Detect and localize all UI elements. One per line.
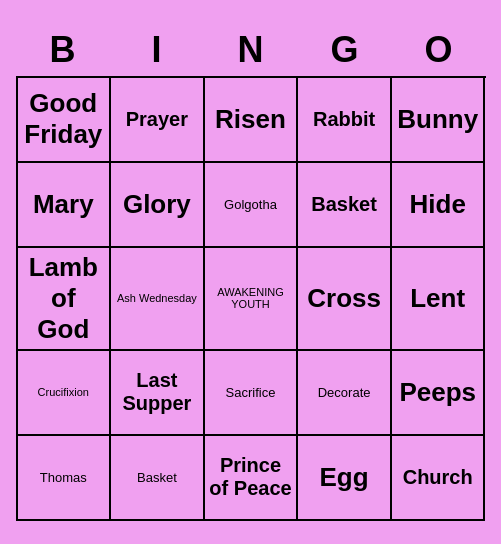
cell-label: Rabbit — [313, 108, 375, 131]
cell-label: Basket — [311, 193, 377, 216]
bingo-cell: Basket — [111, 436, 205, 521]
bingo-cell: Last Supper — [111, 351, 205, 436]
bingo-cell: Egg — [298, 436, 392, 521]
bingo-cell: Church — [392, 436, 486, 521]
cell-label: Thomas — [40, 470, 87, 485]
bingo-cell: Hide — [392, 163, 486, 248]
cell-label: Hide — [410, 189, 466, 220]
cell-label: AWAKENING YOUTH — [209, 286, 293, 310]
header-letter: B — [16, 24, 110, 76]
cell-label: Golgotha — [224, 197, 277, 212]
header-letter: I — [110, 24, 204, 76]
cell-label: Mary — [33, 189, 94, 220]
bingo-cell: Risen — [205, 78, 299, 163]
header-letter: N — [204, 24, 298, 76]
cell-label: Basket — [137, 470, 177, 485]
bingo-cell: Thomas — [18, 436, 112, 521]
header-letter: G — [298, 24, 392, 76]
bingo-cell: Prince of Peace — [205, 436, 299, 521]
cell-label: Church — [403, 466, 473, 489]
header-letter: O — [392, 24, 486, 76]
bingo-cell: Cross — [298, 248, 392, 351]
bingo-cell: Lent — [392, 248, 486, 351]
bingo-cell: Sacrifice — [205, 351, 299, 436]
bingo-cell: AWAKENING YOUTH — [205, 248, 299, 351]
cell-label: Sacrifice — [226, 385, 276, 400]
bingo-cell: Basket — [298, 163, 392, 248]
cell-label: Egg — [320, 462, 369, 493]
bingo-cell: Rabbit — [298, 78, 392, 163]
cell-label: Cross — [307, 283, 381, 314]
cell-label: Prince of Peace — [209, 454, 293, 500]
bingo-cell: Peeps — [392, 351, 486, 436]
cell-label: Prayer — [126, 108, 188, 131]
cell-label: Lamb of God — [22, 252, 106, 345]
bingo-cell: Glory — [111, 163, 205, 248]
cell-label: Peeps — [399, 377, 476, 408]
bingo-cell: Golgotha — [205, 163, 299, 248]
bingo-cell: Mary — [18, 163, 112, 248]
bingo-cell: Decorate — [298, 351, 392, 436]
cell-label: Risen — [215, 104, 286, 135]
cell-label: Last Supper — [115, 369, 199, 415]
bingo-cell: Ash Wednesday — [111, 248, 205, 351]
bingo-cell: Lamb of God — [18, 248, 112, 351]
cell-label: Decorate — [318, 385, 371, 400]
bingo-grid: Good FridayPrayerRisenRabbitBunnyMaryGlo… — [16, 76, 486, 521]
cell-label: Ash Wednesday — [117, 292, 197, 304]
cell-label: Lent — [410, 283, 465, 314]
header-row: BINGO — [16, 24, 486, 76]
cell-label: Good Friday — [22, 88, 106, 150]
bingo-cell: Good Friday — [18, 78, 112, 163]
bingo-cell: Crucifixion — [18, 351, 112, 436]
bingo-cell: Prayer — [111, 78, 205, 163]
bingo-cell: Bunny — [392, 78, 486, 163]
cell-label: Glory — [123, 189, 191, 220]
cell-label: Crucifixion — [38, 386, 89, 398]
cell-label: Bunny — [397, 104, 478, 135]
bingo-card: BINGO Good FridayPrayerRisenRabbitBunnyM… — [6, 14, 496, 531]
